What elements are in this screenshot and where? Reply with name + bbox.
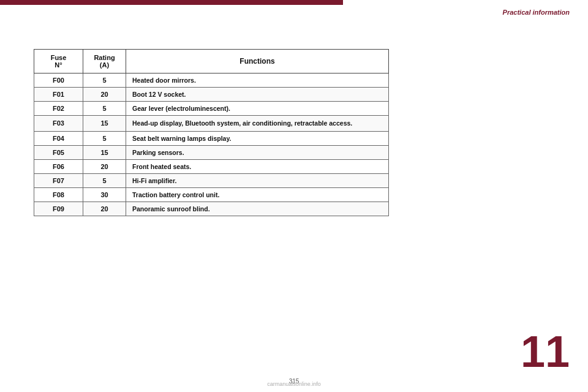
fuse-cell: F02 (34, 102, 83, 116)
function-cell: Traction battery control unit. (126, 187, 389, 202)
col-fuse-header: FuseN° (34, 50, 83, 74)
watermark: carmanualsonline.info (267, 381, 321, 387)
header-title: Practical information (503, 9, 570, 16)
fuse-cell: F05 (34, 145, 83, 159)
function-cell: Seat belt warning lamps display. (126, 131, 389, 145)
rating-cell: 5 (83, 173, 126, 187)
rating-cell: 5 (83, 102, 126, 116)
rating-cell: 20 (83, 159, 126, 173)
function-cell: Heated door mirrors. (126, 74, 389, 88)
fuse-table: FuseN° Rating(A) Functions F005Heated do… (34, 49, 389, 216)
table-header-row: FuseN° Rating(A) Functions (34, 50, 389, 74)
rating-cell: 5 (83, 74, 126, 88)
rating-cell: 5 (83, 131, 126, 145)
page-header: Practical information (503, 6, 570, 17)
table-row: F045Seat belt warning lamps display. (34, 131, 389, 145)
table-row: F0920Panoramic sunroof blind. (34, 202, 389, 216)
fuse-cell: F09 (34, 202, 83, 216)
table-row: F0830Traction battery control unit. (34, 187, 389, 202)
function-cell: Boot 12 V socket. (126, 88, 389, 102)
fuse-cell: F01 (34, 88, 83, 102)
col-rating-header: Rating(A) (83, 50, 126, 74)
top-accent-bar (0, 0, 343, 5)
fuse-cell: F00 (34, 74, 83, 88)
table-row: F0620Front heated seats. (34, 159, 389, 173)
table-row: F0515Parking sensors. (34, 145, 389, 159)
rating-cell: 15 (83, 145, 126, 159)
fuse-cell: F07 (34, 173, 83, 187)
col-functions-header: Functions (126, 50, 389, 74)
function-cell: Gear lever (electroluminescent). (126, 102, 389, 116)
table-row: F0315Head-up display, Bluetooth system, … (34, 116, 389, 132)
fuse-cell: F03 (34, 116, 83, 132)
function-cell: Parking sensors. (126, 145, 389, 159)
function-cell: Front heated seats. (126, 159, 389, 173)
rating-cell: 20 (83, 202, 126, 216)
rating-cell: 20 (83, 88, 126, 102)
fuse-cell: F04 (34, 131, 83, 145)
fuse-cell: F06 (34, 159, 83, 173)
rating-cell: 30 (83, 187, 126, 202)
table-row: F005Heated door mirrors. (34, 74, 389, 88)
table-row: F075Hi-Fi amplifier. (34, 173, 389, 187)
table-row: F0120Boot 12 V socket. (34, 88, 389, 102)
fuse-cell: F08 (34, 187, 83, 202)
function-cell: Panoramic sunroof blind. (126, 202, 389, 216)
function-cell: Head-up display, Bluetooth system, air c… (126, 116, 389, 132)
fuse-table-container: FuseN° Rating(A) Functions F005Heated do… (34, 49, 389, 216)
rating-cell: 15 (83, 116, 126, 132)
page-number-big: 11 (521, 330, 570, 374)
function-cell: Hi-Fi amplifier. (126, 173, 389, 187)
table-row: F025Gear lever (electroluminescent). (34, 102, 389, 116)
